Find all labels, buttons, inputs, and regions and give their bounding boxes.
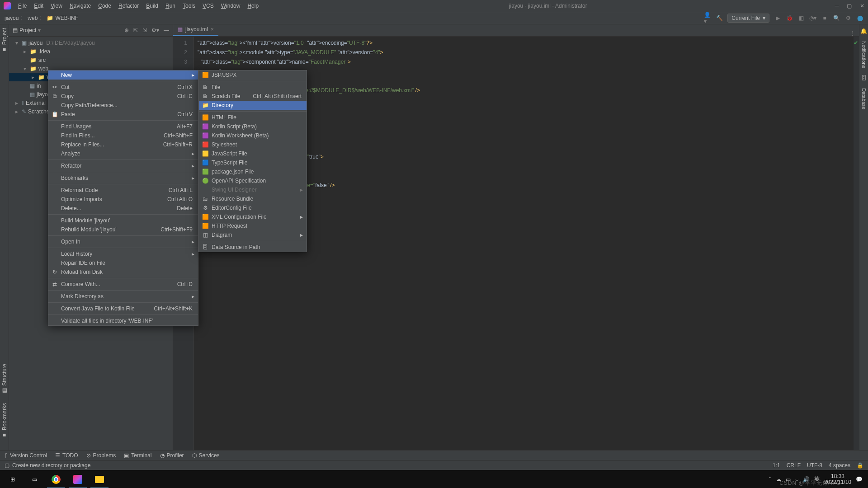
menu-item[interactable]: ↻Reload from Disk — [48, 267, 198, 277]
menu-item[interactable]: Build Module 'jiayou' — [48, 216, 198, 225]
menu-item[interactable]: Copy Path/Reference... — [48, 101, 198, 110]
minimize-icon[interactable]: ─ — [835, 3, 839, 9]
avatar-icon[interactable]: ⬤ — [856, 14, 863, 22]
menu-item[interactable]: Optimize ImportsCtrl+Alt+O — [48, 195, 198, 204]
user-icon[interactable]: 👤▾ — [704, 14, 711, 22]
menu-item[interactable]: Bookmarks▸ — [48, 174, 198, 183]
line-separator[interactable]: CRLF — [787, 462, 801, 469]
breadcrumb-item[interactable]: web — [28, 15, 38, 21]
indent-settings[interactable]: 4 spaces — [829, 462, 850, 469]
new-submenu[interactable]: 🟧JSP/JSPX🗎File🗎Scratch FileCtrl+Alt+Shif… — [198, 70, 307, 252]
menu-item[interactable]: 🟦TypeScript File — [199, 158, 307, 167]
menu-item[interactable]: Repair IDE on File — [48, 258, 198, 267]
coverage-icon[interactable]: ◧ — [797, 14, 805, 22]
menu-item[interactable]: Validate all files in directory 'WEB-INF… — [48, 316, 198, 325]
database-icon[interactable]: 🗄 — [861, 75, 867, 81]
settings-icon[interactable]: ⚙▾ — [151, 27, 159, 33]
breadcrumb-item[interactable]: 📁 WEB-INF — [47, 15, 78, 21]
collapse-all-icon[interactable]: ⇲ — [142, 27, 147, 33]
menu-tools[interactable]: Tools — [180, 1, 198, 11]
menu-file[interactable]: File — [15, 1, 29, 11]
menu-item[interactable]: Local History▸ — [48, 249, 198, 258]
menu-item[interactable]: Open In▸ — [48, 237, 198, 246]
menu-item[interactable]: Reformat CodeCtrl+Alt+L — [48, 186, 198, 195]
tree-row[interactable]: ▾▣jiayouD:\IDEA\day1\jiayou — [9, 38, 173, 47]
menu-item[interactable]: ⧉CopyCtrl+C — [48, 92, 198, 101]
menu-item[interactable]: 🟥Stylesheet — [199, 140, 307, 149]
task-view-button[interactable]: ▭ — [24, 470, 45, 488]
menu-help[interactable]: Help — [245, 1, 261, 11]
profile-icon[interactable]: ◔▾ — [809, 14, 816, 22]
menu-item[interactable]: ✂CutCtrl+X — [48, 83, 198, 92]
menu-item[interactable]: 🟨JavaScript File — [199, 149, 307, 158]
file-encoding[interactable]: UTF-8 — [807, 462, 822, 469]
menu-item[interactable]: New▸ — [48, 70, 198, 80]
close-icon[interactable]: ✕ — [860, 3, 864, 9]
project-tool-button[interactable]: ■Project — [1, 28, 8, 53]
problems-tool-button[interactable]: ⊘Problems — [86, 452, 116, 459]
profiler-tool-button[interactable]: ◔Profiler — [160, 452, 184, 459]
run-config-selector[interactable]: Current File ▾ — [727, 14, 769, 23]
menu-item[interactable]: 🟩package.json File — [199, 167, 307, 176]
menu-code[interactable]: Code — [95, 1, 114, 11]
menu-refactor[interactable]: Refactor — [116, 1, 142, 11]
chevron-down-icon[interactable]: ▾ — [38, 27, 41, 33]
readonly-icon[interactable]: 🔒 — [857, 462, 863, 469]
menu-item[interactable]: ◫Diagram▸ — [199, 230, 307, 239]
caret-position[interactable]: 1:1 — [773, 462, 780, 469]
explorer-taskbar-icon[interactable] — [89, 470, 110, 488]
menu-item[interactable]: 🟧JSP/JSPX — [199, 70, 307, 80]
menu-item[interactable]: Analyze▸ — [48, 149, 198, 158]
menu-item[interactable]: Rebuild Module 'jiayou'Ctrl+Shift+F9 — [48, 225, 198, 234]
menu-item[interactable]: Find UsagesAlt+F7 — [48, 122, 198, 131]
chrome-taskbar-icon[interactable] — [45, 470, 67, 488]
menu-item[interactable]: 📋PasteCtrl+V — [48, 110, 198, 119]
tree-row[interactable]: 📁src — [9, 56, 173, 64]
tab-options-icon[interactable]: ⋮ — [846, 30, 859, 36]
notifications-icon[interactable]: 🔔 — [860, 28, 867, 34]
menu-vcs[interactable]: VCS — [200, 1, 217, 11]
menu-item[interactable]: Delete...Delete — [48, 204, 198, 213]
menu-item[interactable]: 🟧HTML File — [199, 113, 307, 122]
expand-all-icon[interactable]: ⇱ — [133, 27, 138, 33]
editor-tab[interactable]: ▦ jiayou.iml × — [173, 24, 218, 36]
menu-item[interactable]: Replace in Files...Ctrl+Shift+R — [48, 140, 198, 149]
vcs-tool-button[interactable]: ᚴVersion Control — [5, 452, 47, 459]
run-icon[interactable]: ▶ — [774, 14, 781, 22]
notifications-tool-button[interactable]: Notifications — [861, 41, 867, 68]
tray-chevron-icon[interactable]: ˄ — [769, 476, 771, 483]
terminal-tool-button[interactable]: ▣Terminal — [124, 452, 151, 459]
menu-item[interactable]: Find in Files...Ctrl+Shift+F — [48, 131, 198, 140]
services-tool-button[interactable]: ⬡Services — [192, 452, 220, 459]
menu-item[interactable]: 🟪Kotlin Script (Beta) — [199, 122, 307, 131]
menu-run[interactable]: Run — [163, 1, 178, 11]
menu-item[interactable]: 🗄Data Source in Path — [199, 243, 307, 252]
menu-item[interactable]: Convert Java File to Kotlin FileCtrl+Alt… — [48, 304, 198, 313]
tree-row[interactable]: ▸📁.idea — [9, 47, 173, 56]
database-tool-button[interactable]: Database — [861, 88, 867, 109]
stop-icon[interactable]: ■ — [821, 14, 828, 22]
hide-icon[interactable]: — — [164, 27, 169, 33]
start-button[interactable]: ⊞ — [2, 470, 24, 488]
intellij-taskbar-icon[interactable] — [67, 470, 89, 488]
breadcrumb-item[interactable]: jiayou — [5, 15, 19, 21]
status-icon[interactable]: ▢ — [5, 462, 9, 469]
menu-item[interactable]: 🟧HTTP Request — [199, 221, 307, 230]
todo-tool-button[interactable]: ☰TODO — [55, 452, 78, 459]
tray-notifications-icon[interactable]: 💬 — [856, 476, 863, 483]
menu-item[interactable]: 🗂Resource Bundle — [199, 194, 307, 203]
menu-item[interactable]: 🗎Scratch FileCtrl+Alt+Shift+Insert — [199, 92, 307, 101]
tab-close-icon[interactable]: × — [211, 26, 214, 33]
bookmarks-tool-button[interactable]: ■Bookmarks — [1, 403, 8, 438]
menu-window[interactable]: Window — [218, 1, 243, 11]
menu-item[interactable]: ⇄Compare With...Ctrl+D — [48, 280, 198, 289]
menu-item[interactable]: Mark Directory as▸ — [48, 292, 198, 301]
menu-item[interactable]: 🗎File — [199, 83, 307, 92]
context-menu[interactable]: New▸✂CutCtrl+X⧉CopyCtrl+CCopy Path/Refer… — [48, 70, 198, 326]
build-icon[interactable]: 🔨 — [716, 14, 723, 22]
structure-tool-button[interactable]: ▤Structure — [1, 364, 8, 394]
menu-item[interactable]: 📁Directory — [199, 101, 307, 110]
menu-edit[interactable]: Edit — [31, 1, 46, 11]
menu-build[interactable]: Build — [143, 1, 161, 11]
menu-item[interactable]: 🟪Kotlin Worksheet (Beta) — [199, 131, 307, 140]
